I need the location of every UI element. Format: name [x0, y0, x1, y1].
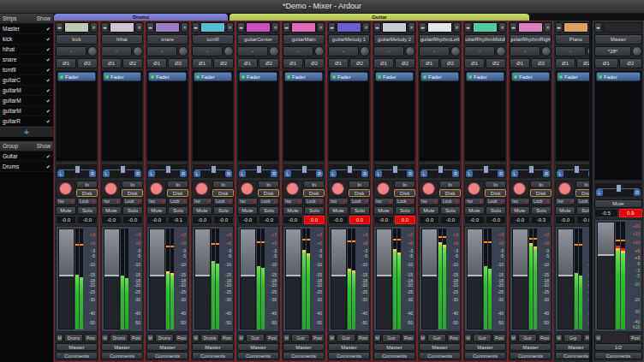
pan-left-button[interactable]: L	[466, 170, 473, 177]
pan-control[interactable]: L R	[510, 163, 552, 179]
visible-checkbox[interactable]: ✔	[46, 118, 51, 124]
gain-fader[interactable]	[558, 228, 574, 329]
processor-box[interactable]: Fader	[594, 70, 642, 181]
gain-display[interactable]: -0.0	[192, 216, 212, 224]
pan-left-button[interactable]: L	[330, 170, 337, 177]
peak-display[interactable]: -0.0	[486, 216, 506, 224]
monitor-input-button[interactable]: In	[122, 181, 143, 188]
pan-handle[interactable]	[574, 165, 580, 174]
strip-close-button[interactable]: ✕	[317, 22, 325, 33]
mute-button[interactable]: Mute	[146, 206, 167, 215]
trim-knob[interactable]	[405, 46, 415, 56]
gain-fader[interactable]	[149, 228, 165, 329]
fader-processor[interactable]: Fader	[511, 72, 550, 81]
solo-button[interactable]: Solo	[122, 206, 143, 215]
solo-lock-button[interactable]: Lock	[440, 198, 461, 205]
group-button[interactable]: Gutr	[427, 334, 446, 342]
processor-box[interactable]: Fader	[146, 70, 188, 162]
phase-2-button[interactable]: Ø2	[395, 58, 415, 68]
pan-handle[interactable]	[392, 165, 398, 174]
mute-button[interactable]: Mute	[328, 206, 349, 215]
automation-mode-button[interactable]: M	[192, 334, 200, 342]
visible-checkbox[interactable]: ✔	[46, 56, 51, 62]
processor-box[interactable]: Fader	[373, 70, 415, 162]
phase-2-button[interactable]: Ø2	[619, 58, 643, 68]
meter-point-button[interactable]: Post	[583, 334, 589, 342]
trim-knob[interactable]	[224, 46, 234, 56]
mute-button[interactable]: Mute	[101, 206, 122, 215]
fader-processor[interactable]: Fader	[596, 72, 641, 81]
sidebar-group-item[interactable]: Guitar✔	[0, 151, 53, 162]
trim-knob[interactable]	[360, 46, 370, 56]
pan-right-button[interactable]: R	[543, 170, 550, 177]
visible-checkbox[interactable]: ✔	[46, 77, 51, 83]
monitor-disk-button[interactable]: Disk	[575, 189, 589, 197]
phase-1-button[interactable]: Ø1	[510, 58, 530, 68]
peak-display[interactable]: 0.0	[304, 216, 325, 224]
peak-display[interactable]: -0.1	[168, 216, 188, 224]
strip-width-button[interactable]: ◂▸	[510, 22, 517, 33]
monitor-disk-button[interactable]: Disk	[122, 189, 143, 197]
strip-width-button[interactable]: ◂▸	[328, 22, 336, 33]
pan-control[interactable]: L R	[594, 182, 642, 198]
output-button[interactable]: Master	[237, 343, 279, 351]
gain-fader[interactable]	[58, 228, 75, 329]
solo-isolate-button[interactable]: Iso	[419, 198, 439, 205]
fader-handle[interactable]	[422, 229, 437, 276]
pan-left-button[interactable]: L	[148, 170, 155, 177]
pan-right-button[interactable]: R	[180, 170, 187, 177]
pan-right-button[interactable]: R	[452, 170, 459, 177]
monitor-input-button[interactable]: In	[303, 181, 325, 188]
input-button[interactable]: -	[555, 46, 586, 56]
visible-checkbox[interactable]: ✔	[46, 108, 51, 114]
phase-2-button[interactable]: Ø2	[213, 58, 234, 68]
comments-button[interactable]: Comments	[373, 352, 415, 359]
pan-control[interactable]: L R	[146, 163, 188, 179]
window-title-bar[interactable]: *Demo - Mixer - Ardour	[0, 0, 644, 14]
strip-color-bar[interactable]	[337, 22, 361, 33]
strip-close-button[interactable]: ✕	[408, 22, 415, 33]
gain-fader[interactable]	[597, 222, 615, 329]
input-button[interactable]: -	[328, 46, 359, 56]
input-button[interactable]: -	[237, 46, 268, 56]
meter-point-button[interactable]: Post	[311, 334, 325, 342]
phase-1-button[interactable]: Ø1	[283, 58, 303, 68]
gain-fader[interactable]	[467, 228, 483, 329]
automation-mode-button[interactable]: M	[237, 334, 245, 342]
fader-handle[interactable]	[468, 229, 482, 276]
solo-button[interactable]: Solo	[349, 206, 370, 215]
pan-handle[interactable]	[483, 165, 489, 174]
automation-mode-button[interactable]: M	[419, 334, 426, 342]
solo-button[interactable]: Solo	[168, 206, 188, 215]
automation-mode-button[interactable]: M	[328, 334, 336, 342]
pan-right-button[interactable]: R	[316, 170, 323, 177]
strip-close-button[interactable]: ✕	[181, 22, 188, 33]
solo-lock-button[interactable]: Lock	[576, 198, 589, 205]
visible-checkbox[interactable]: ✔	[46, 36, 51, 42]
solo-lock-button[interactable]: Lock	[349, 198, 370, 205]
strip-name-button[interactable]: guitarCenter	[237, 34, 279, 45]
automation-mode-button[interactable]: M	[510, 334, 517, 342]
monitor-input-button[interactable]: In	[394, 181, 415, 188]
meter-point-button[interactable]: Post	[538, 334, 552, 342]
fader-processor[interactable]: Fader	[466, 72, 504, 81]
output-button[interactable]: Master	[283, 343, 325, 351]
monitor-disk-button[interactable]: Disk	[439, 189, 461, 197]
pan-handle[interactable]	[165, 165, 171, 174]
automation-mode-button[interactable]: M	[101, 334, 109, 342]
solo-lock-button[interactable]: Lock	[168, 198, 188, 205]
pan-right-button[interactable]: R	[634, 189, 641, 196]
output-button[interactable]: Master	[192, 343, 234, 351]
pan-control[interactable]: L R	[555, 163, 589, 179]
pan-left-button[interactable]: L	[511, 170, 518, 177]
pan-control[interactable]: L R	[328, 163, 370, 179]
processor-box[interactable]: Fader	[419, 70, 461, 162]
input-button[interactable]: -	[510, 46, 540, 56]
strip-close-button[interactable]: ✕	[544, 22, 552, 33]
strip-close-button[interactable]: ✕	[271, 22, 279, 33]
strip-color-bar[interactable]	[382, 22, 407, 33]
fader-processor[interactable]: Fader	[239, 72, 277, 81]
mute-button[interactable]: Mute	[237, 206, 258, 215]
gain-fader[interactable]	[331, 228, 347, 329]
fader-handle[interactable]	[104, 229, 119, 276]
